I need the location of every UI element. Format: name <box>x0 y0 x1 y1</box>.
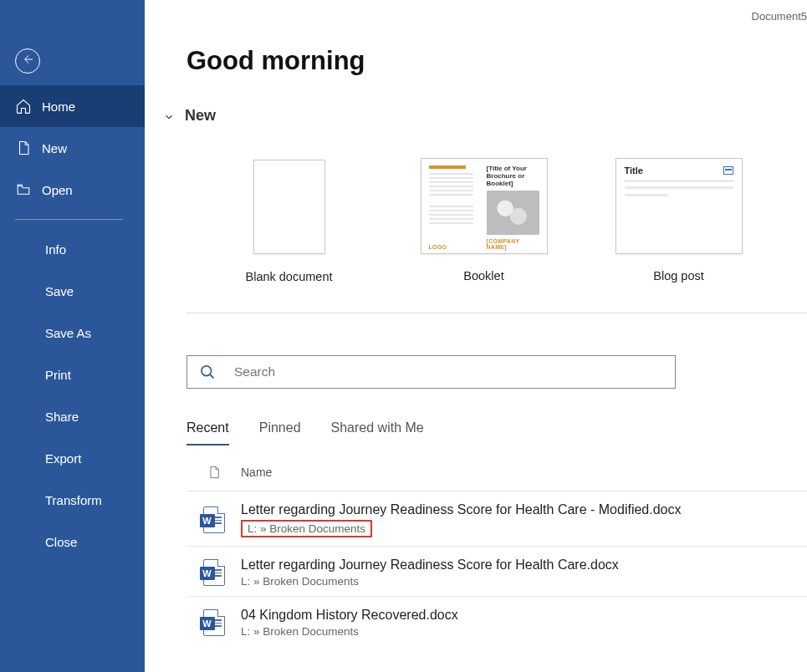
sidebar-item-export[interactable]: Export <box>0 437 145 479</box>
column-header-name[interactable]: Name <box>241 466 807 479</box>
new-section-label: New <box>185 107 216 125</box>
sidebar-item-label: Export <box>45 451 81 466</box>
arrow-left-icon <box>21 53 34 69</box>
new-icon <box>15 140 32 156</box>
template-preview: Title <box>615 158 743 254</box>
file-list-header: Name <box>186 464 807 491</box>
search-input[interactable] <box>232 364 663 380</box>
file-path: L: » Broken Documents <box>241 575 807 588</box>
home-icon <box>15 98 32 115</box>
chevron-down-icon <box>163 111 173 121</box>
sidebar-item-label: Open <box>42 183 73 197</box>
sidebar-item-info[interactable]: Info <box>0 228 145 270</box>
template-preview <box>226 158 353 255</box>
tab-label: Recent <box>186 420 229 435</box>
backstage-sidebar: Home New Open Info Save Save As Print Sh… <box>0 0 145 672</box>
sidebar-item-label: Transform <box>45 493 102 507</box>
sidebar-item-open[interactable]: Open <box>0 169 145 211</box>
sidebar-item-home[interactable]: Home <box>0 85 145 127</box>
svg-point-0 <box>202 366 212 376</box>
word-document-icon: W <box>203 559 225 586</box>
svg-line-1 <box>210 374 214 379</box>
booklet-preview-title: [Title of Your Brochure or Booklet] <box>487 165 539 187</box>
booklet-preview-logo: LOGO <box>429 244 447 250</box>
sidebar-item-print[interactable]: Print <box>0 354 145 395</box>
back-button[interactable] <box>15 48 40 74</box>
sidebar-separator <box>15 219 123 220</box>
search-box[interactable] <box>186 355 676 389</box>
sidebar-item-label: New <box>42 141 67 155</box>
sidebar-item-label: Save <box>45 284 74 298</box>
sidebar-item-label: Print <box>45 368 71 382</box>
template-blank-document[interactable]: Blank document <box>224 158 354 283</box>
sidebar-item-label: Home <box>42 99 75 114</box>
recent-tabs: Recent Pinned Shared with Me <box>186 420 807 445</box>
booklet-preview-subtitle: [COMPANY NAME] <box>487 238 539 250</box>
template-preview: [Title of Your Brochure or Booklet] [COM… <box>421 158 548 254</box>
window-document-title: Document5 <box>752 10 807 23</box>
sidebar-item-new[interactable]: New <box>0 127 145 169</box>
file-row[interactable]: W Letter regarding Journey Readiness Sco… <box>186 547 807 597</box>
tab-label: Shared with Me <box>331 420 424 435</box>
sidebar-item-label: Close <box>45 535 77 549</box>
file-path: L: » Broken Documents <box>241 625 807 638</box>
file-row[interactable]: W 04 Kingdom History Recovered.docx L: »… <box>186 597 807 646</box>
word-document-icon: W <box>203 507 225 533</box>
tab-shared[interactable]: Shared with Me <box>331 420 424 445</box>
template-blog-post[interactable]: Title Blog post <box>614 158 743 283</box>
open-icon <box>15 181 32 198</box>
tab-pinned[interactable]: Pinned <box>259 420 301 445</box>
sidebar-item-close[interactable]: Close <box>0 521 145 563</box>
sidebar-item-label: Info <box>45 242 66 257</box>
tab-recent[interactable]: Recent <box>186 420 229 445</box>
tab-label: Pinned <box>259 420 301 435</box>
sidebar-item-transform[interactable]: Transform <box>0 479 145 521</box>
sidebar-item-save-as[interactable]: Save As <box>0 312 145 354</box>
sidebar-item-share[interactable]: Share <box>0 395 145 437</box>
blank-page-icon <box>253 160 325 254</box>
sidebar-item-save[interactable]: Save <box>0 270 145 312</box>
greeting-heading: Good morning <box>186 46 807 76</box>
blog-preview-title: Title <box>625 165 643 176</box>
template-caption: Booklet <box>463 269 503 283</box>
sidebar-nav-primary: Home New Open <box>0 85 145 211</box>
sidebar-item-label: Save As <box>45 326 91 340</box>
search-icon <box>199 364 216 380</box>
blog-layout-icon <box>723 166 733 175</box>
booklet-preview-image-icon <box>487 191 539 235</box>
template-caption: Blank document <box>246 270 333 283</box>
file-name: Letter regarding Journey Readiness Score… <box>241 502 807 517</box>
section-divider <box>186 313 807 313</box>
file-path: L: » Broken Documents <box>241 520 372 537</box>
template-booklet[interactable]: [Title of Your Brochure or Booklet] [COM… <box>419 158 549 283</box>
new-section-toggle[interactable]: New <box>163 107 807 125</box>
file-row[interactable]: W Letter regarding Journey Readiness Sco… <box>186 491 807 547</box>
sidebar-item-label: Share <box>45 410 79 424</box>
template-caption: Blog post <box>653 269 703 283</box>
word-document-icon: W <box>203 609 225 636</box>
backstage-main: Document5 Good morning New Blank documen… <box>145 0 807 672</box>
file-name: Letter regarding Journey Readiness Score… <box>241 557 807 573</box>
file-type-column-icon[interactable] <box>186 464 241 481</box>
template-gallery: Blank document [Title of Your Brochure o… <box>224 158 807 283</box>
file-name: 04 Kingdom History Recovered.docx <box>241 608 807 623</box>
